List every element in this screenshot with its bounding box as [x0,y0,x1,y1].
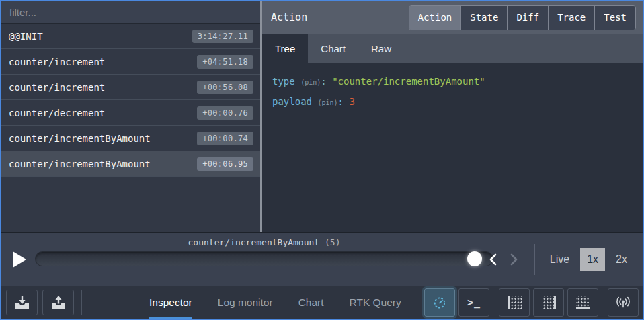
action-list-panel: @@INIT 3:14:27.11 counter/increment +04:… [1,1,260,232]
action-tree-view: type (pin): "counter/incrementByAmount" … [262,63,643,232]
autopause-toggle-button[interactable] [424,288,455,317]
tab-action[interactable]: Action [409,6,462,30]
tree-value-string: "counter/incrementByAmount" [332,76,485,87]
subtab-raw[interactable]: Raw [358,34,404,63]
playback-controls: Live 1x 2x [482,233,634,286]
inspector-panel: Action Action State Diff Trace Test Tree… [262,1,643,232]
current-action-index: (5) [325,237,340,247]
inspector-tab-group: Action State Diff Trace Test [409,5,636,30]
slider-thumb[interactable] [467,251,482,266]
redux-devtools-window: @@INIT 3:14:27.11 counter/increment +04:… [0,0,644,320]
tree-row-type[interactable]: type (pin): "counter/incrementByAmount" [272,72,643,92]
terminal-icon: >_ [467,296,481,309]
playback-bar: counter/incrementByAmount (5) Live 1x 2x [1,232,643,286]
bottom-toolbar: Inspector Log monitor Chart RTK Query >_ [1,286,643,319]
dock-bottom-icon [576,296,590,309]
action-name: counter/decrement [9,108,105,118]
remote-button[interactable] [608,288,639,317]
dock-right-icon [542,296,556,309]
current-action-label: counter/incrementByAmount (5) [35,237,493,251]
dock-right-button[interactable] [533,288,564,317]
action-list-item[interactable]: counter/incrementByAmount +00:00.74 [1,126,260,151]
toolbar-right-icons: >_ [421,286,639,319]
filter-input[interactable] [1,7,260,18]
tree-value-number: 3 [349,96,354,107]
import-button[interactable] [6,290,38,315]
stopwatch-icon [433,296,446,309]
action-name: @@INIT [9,31,43,42]
tree-row-payload[interactable]: payload (pin): 3 [272,92,643,112]
tab-test[interactable]: Test [595,6,635,30]
speed-1x-button[interactable]: 1x [580,248,605,271]
action-list-item-selected[interactable]: counter/incrementByAmount +00:06.95 [1,151,260,177]
step-forward-button[interactable] [504,249,525,270]
action-timestamp: 3:14:27.11 [192,30,253,43]
tab-trace[interactable]: Trace [549,6,595,30]
play-button[interactable] [13,251,26,268]
tab-chart[interactable]: Chart [298,286,324,319]
tab-inspector[interactable]: Inspector [149,286,192,319]
chevron-left-icon [489,253,497,266]
pin-link[interactable]: (pin) [300,79,321,86]
action-timestamp: +04:51.18 [197,55,253,69]
export-button[interactable] [42,290,74,315]
tab-rtk-query[interactable]: RTK Query [350,286,401,319]
tree-key: payload [272,96,312,107]
action-list-item[interactable]: counter/increment +04:51.18 [1,49,260,75]
inspector-title: Action [271,11,307,24]
speed-2x-button[interactable]: 2x [609,248,634,271]
chevron-right-icon [510,253,518,266]
export-icon [50,295,67,310]
action-name: counter/increment [9,56,105,67]
action-timestamp: +00:00.76 [197,106,253,120]
action-list-item[interactable]: counter/increment +00:56.08 [1,75,260,100]
action-timestamp: +00:56.08 [197,81,253,94]
timeline-slider: counter/incrementByAmount (5) [35,237,493,266]
inspector-subtabs: Tree Chart Raw [262,34,643,63]
subtab-tree[interactable]: Tree [262,34,308,63]
subtab-chart[interactable]: Chart [308,34,358,63]
action-timestamp: +00:06.95 [197,157,253,171]
toolbar-divider [81,290,82,315]
dock-left-button[interactable] [499,288,530,317]
main-area: @@INIT 3:14:27.11 counter/increment +04:… [1,1,643,232]
tab-diff[interactable]: Diff [508,6,549,30]
action-list-item[interactable]: counter/decrement +00:00.76 [1,100,260,126]
action-name: counter/incrementByAmount [9,159,151,169]
step-back-button[interactable] [482,249,504,270]
filter-row [1,1,260,24]
tab-state[interactable]: State [461,6,508,30]
pin-link[interactable]: (pin) [317,99,337,106]
action-name: counter/incrementByAmount [9,133,151,144]
monitor-tabs: Inspector Log monitor Chart RTK Query [149,286,401,319]
live-button[interactable]: Live [550,253,569,266]
action-timestamp: +00:00.74 [197,132,253,145]
controls-divider [534,244,535,275]
import-icon [14,295,30,310]
inspector-header: Action Action State Diff Trace Test [262,1,643,34]
dock-bottom-button[interactable] [567,288,598,317]
dock-left-icon [508,296,522,309]
remote-antenna-icon [614,296,632,309]
action-name: counter/increment [9,82,105,93]
tree-key: type [272,76,295,87]
action-list-item[interactable]: @@INIT 3:14:27.11 [1,24,260,49]
dispatcher-button[interactable]: >_ [458,288,489,317]
tab-log-monitor[interactable]: Log monitor [218,286,273,319]
slider-track[interactable] [35,251,493,266]
